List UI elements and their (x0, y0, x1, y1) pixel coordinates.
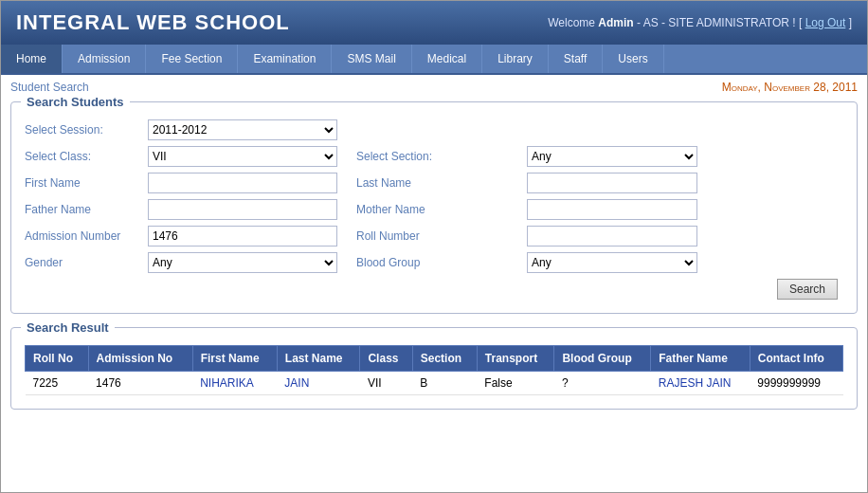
rollno-input[interactable] (527, 226, 697, 246)
app-title: Integral Web School (16, 10, 290, 35)
header: Integral Web School Welcome Admin - AS -… (1, 1, 867, 45)
nav-home[interactable]: Home (1, 45, 63, 73)
nav-sms-mail[interactable]: SMS Mail (332, 45, 411, 73)
search-students-box: Search Students Select Session: 2011-201… (10, 101, 858, 314)
col-roll-no: Roll No (26, 346, 89, 372)
col-class: Class (360, 346, 412, 372)
fathername-label: Father Name (25, 203, 148, 216)
breadcrumb: Student Search (10, 81, 89, 94)
fathername-input[interactable] (148, 199, 337, 220)
col-admission-no: Admission No (88, 346, 192, 372)
navbar: Home Admission Fee Section Examination S… (1, 45, 867, 75)
col-contact-info: Contact Info (750, 346, 842, 372)
nav-admission[interactable]: Admission (63, 45, 146, 73)
bloodgroup-select[interactable]: AnyA+A-B+ B-O+O-AB+AB- (527, 252, 697, 273)
search-button[interactable]: Search (777, 279, 838, 300)
bloodgroup-label: Blood Group (337, 256, 527, 269)
nav-library[interactable]: Library (482, 45, 549, 73)
rollno-label: Roll Number (337, 229, 527, 243)
firstname-input[interactable] (148, 173, 337, 193)
firstname-label: First Name (25, 176, 148, 190)
role-text: - AS - SITE ADMINISTRATOR ! (634, 16, 796, 29)
lastname-label: Last Name (337, 176, 527, 190)
section-label: Select Section: (337, 150, 527, 163)
section-select[interactable]: AnyABCD (527, 146, 697, 167)
welcome-label: Welcome (548, 16, 598, 29)
nav-fee-section[interactable]: Fee Section (146, 45, 238, 73)
lastname-input[interactable] (527, 173, 697, 193)
gender-label: Gender (25, 256, 148, 269)
search-legend: Search Students (21, 95, 130, 109)
breadcrumb-bar: Student Search Monday, November 28, 2011 (1, 75, 867, 98)
admno-input[interactable] (148, 226, 337, 246)
nav-examination[interactable]: Examination (238, 45, 332, 73)
class-label: Select Class: (25, 150, 148, 163)
results-table: Roll No Admission No First Name Last Nam… (25, 345, 843, 395)
current-date: Monday, November 28, 2011 (722, 81, 858, 94)
result-legend: Search Result (21, 320, 115, 335)
logout-link[interactable]: Log Out (805, 16, 846, 29)
session-select[interactable]: 2011-2012 2010-2011 2009-2010 (148, 119, 337, 140)
col-section: Section (412, 346, 477, 372)
gender-select[interactable]: AnyMaleFemale (148, 252, 337, 273)
col-father-name: Father Name (651, 346, 750, 372)
col-blood-group: Blood Group (554, 346, 651, 372)
nav-staff[interactable]: Staff (549, 45, 603, 73)
admin-name: Admin (598, 16, 633, 29)
main-content: Search Students Select Session: 2011-201… (1, 98, 867, 432)
session-label: Select Session: (25, 123, 148, 137)
class-select[interactable]: AnyIIIIII IVVVIVII VIIIIXX (148, 146, 337, 167)
header-welcome: Welcome Admin - AS - SITE ADMINISTRATOR … (548, 16, 852, 29)
search-btn-row: Search (25, 279, 843, 300)
mothername-label: Mother Name (337, 203, 527, 216)
table-row: 72251476NIHARIKAJAINVIIBFalse?RAJESH JAI… (26, 372, 843, 395)
col-first-name: First Name (192, 346, 277, 372)
nav-users[interactable]: Users (603, 45, 663, 73)
admno-label: Admission Number (25, 229, 148, 243)
nav-medical[interactable]: Medical (412, 45, 482, 73)
col-transport: Transport (477, 346, 554, 372)
search-result-box: Search Result Roll No Admission No First… (10, 327, 858, 410)
col-last-name: Last Name (277, 346, 360, 372)
mothername-input[interactable] (527, 199, 697, 220)
